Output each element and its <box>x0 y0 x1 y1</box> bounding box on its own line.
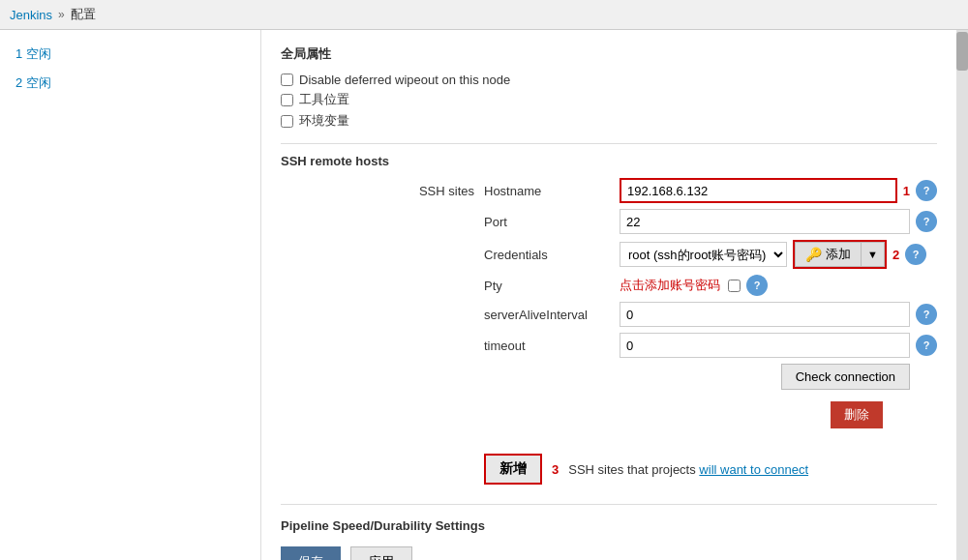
timeout-input[interactable] <box>620 333 910 358</box>
scrollbar-thumb[interactable] <box>956 32 968 71</box>
global-properties-title: 全局属性 <box>281 45 937 63</box>
port-input[interactable] <box>620 209 910 234</box>
ssh-hint-link[interactable]: will want to connect <box>699 462 808 477</box>
hostname-label: Hostname <box>484 184 620 198</box>
check-connection-button[interactable]: Check connection <box>781 364 910 390</box>
add-credentials-button[interactable]: 🔑 添加 <box>795 242 861 267</box>
form-buttons: 保存 应用 <box>281 546 937 560</box>
disable-wipeout-label: Disable deferred wipeout on this node <box>299 73 510 87</box>
delete-row: 删除 <box>484 401 910 438</box>
pty-checkbox[interactable] <box>728 280 741 292</box>
add-new-annotation: 3 <box>552 462 559 477</box>
main-layout: 1 空闲 2 空闲 全局属性 Disable deferred wipeout … <box>0 30 968 560</box>
server-alive-interval-label: serverAliveInterval <box>484 308 620 322</box>
delete-button[interactable]: 删除 <box>831 401 883 428</box>
add-new-button[interactable]: 新增 <box>484 454 542 485</box>
hostname-help-icon[interactable]: ? <box>916 180 937 201</box>
port-row: Port ? <box>484 209 937 234</box>
breadcrumb-current: 配置 <box>71 6 96 23</box>
credentials-annotation: 2 <box>892 248 899 262</box>
port-label: Port <box>484 215 620 229</box>
scrollbar-track[interactable] <box>956 30 968 560</box>
add-credentials-dropdown[interactable]: ▼ <box>861 242 885 267</box>
ssh-sites-row: SSH sites Hostname 1 ? Port ? <box>281 178 937 448</box>
ssh-remote-hosts-title: SSH remote hosts <box>281 143 937 168</box>
ssh-hint-text: SSH sites that projects <box>568 462 696 477</box>
tool-location-label: 工具位置 <box>299 91 349 108</box>
ssh-sites-content: Hostname 1 ? Port ? Credentials <box>484 178 937 448</box>
pty-hint: 点击添加账号密码 <box>620 277 720 294</box>
tool-location-row: 工具位置 <box>281 91 937 108</box>
port-help-icon[interactable]: ? <box>916 211 937 232</box>
breadcrumb-bar: Jenkins » 配置 <box>0 0 968 30</box>
env-variables-row: 环境变量 <box>281 112 937 130</box>
pty-row: Pty 点击添加账号密码 ? <box>484 275 937 296</box>
ssh-sites-label: SSH sites <box>281 178 484 204</box>
ssh-hint-container: SSH sites that projects will want to con… <box>568 462 808 477</box>
pipeline-section: Pipeline Speed/Durability Settings <box>281 504 937 533</box>
server-alive-interval-input[interactable] <box>620 302 910 327</box>
timeout-label: timeout <box>484 339 620 353</box>
timeout-help-icon[interactable]: ? <box>916 335 937 356</box>
disable-wipeout-row: Disable deferred wipeout on this node <box>281 73 937 87</box>
hostname-row: Hostname 1 ? <box>484 178 937 203</box>
env-variables-checkbox[interactable] <box>281 115 293 128</box>
ssh-sites-table: SSH sites Hostname 1 ? Port ? <box>281 178 937 448</box>
pipeline-title: Pipeline Speed/Durability Settings <box>281 518 937 533</box>
global-properties-section: 全局属性 Disable deferred wipeout on this no… <box>281 45 937 130</box>
credentials-label: Credentials <box>484 248 620 262</box>
credentials-select[interactable]: root (ssh的root账号密码) <box>620 242 787 267</box>
save-button[interactable]: 保存 <box>281 546 341 560</box>
add-label: 添加 <box>826 246 851 263</box>
disable-wipeout-checkbox[interactable] <box>281 74 293 86</box>
server-alive-interval-row: serverAliveInterval ? <box>484 302 937 327</box>
server-alive-interval-help-icon[interactable]: ? <box>916 304 937 325</box>
timeout-row: timeout ? <box>484 333 937 358</box>
credentials-help-icon[interactable]: ? <box>905 244 926 265</box>
tool-location-checkbox[interactable] <box>281 94 293 106</box>
hostname-annotation: 1 <box>903 184 910 198</box>
bottom-actions: 新增 3 SSH sites that projects will want t… <box>484 454 937 485</box>
breadcrumb-jenkins[interactable]: Jenkins <box>10 8 52 22</box>
pty-label: Pty <box>484 279 620 293</box>
env-variables-label: 环境变量 <box>299 112 349 130</box>
hostname-input[interactable] <box>620 178 897 203</box>
check-connection-row: Check connection <box>484 364 910 396</box>
sidebar-item-2[interactable]: 2 空闲 <box>0 69 260 98</box>
content-area: 全局属性 Disable deferred wipeout on this no… <box>261 30 956 560</box>
breadcrumb-separator: » <box>58 8 65 21</box>
add-button-group: 🔑 添加 ▼ <box>793 240 887 269</box>
credentials-row: Credentials root (ssh的root账号密码) 🔑 添加 ▼ 2 <box>484 240 937 269</box>
pty-help-icon[interactable]: ? <box>746 275 768 296</box>
sidebar: 1 空闲 2 空闲 <box>0 30 261 560</box>
sidebar-item-1[interactable]: 1 空闲 <box>0 40 260 69</box>
key-icon: 🔑 <box>805 247 822 262</box>
apply-button[interactable]: 应用 <box>350 546 412 560</box>
